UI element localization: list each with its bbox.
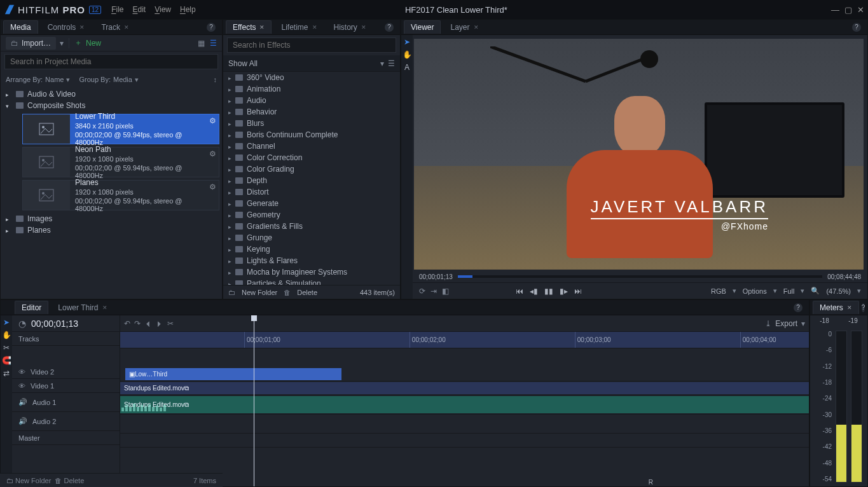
track-audio1[interactable]: 🔊Audio 1	[12, 393, 120, 412]
media-card-lower-third[interactable]: Lower Third3840 x 2160 pixels00;00;02;00…	[22, 114, 219, 144]
eye-icon[interactable]: 👁	[18, 368, 25, 376]
effect-category[interactable]: Depth	[223, 175, 400, 186]
tab-track[interactable]: Track✕	[94, 20, 136, 34]
close-icon[interactable]: ✕	[474, 24, 479, 31]
folder-images[interactable]: Images	[1, 213, 222, 224]
speaker-icon[interactable]: 🔊	[18, 417, 27, 425]
viewer-options[interactable]: Options	[743, 287, 767, 295]
tab-media[interactable]: Media	[3, 20, 38, 34]
folder-composite-shots[interactable]: Composite Shots	[1, 100, 222, 111]
track-audio2[interactable]: 🔊Audio 2	[12, 412, 120, 431]
group-value[interactable]: Media	[113, 76, 132, 83]
close-icon[interactable]: ✕	[124, 24, 129, 31]
tab-viewer[interactable]: Viewer	[404, 20, 441, 34]
in-out-icon[interactable]: ⇥	[431, 287, 437, 296]
chevron-down-icon[interactable]: ▾	[733, 287, 736, 295]
maximize-icon[interactable]: ▢	[844, 5, 852, 15]
search-icon[interactable]: 🔍	[811, 287, 820, 295]
effect-category[interactable]: Behavior	[223, 106, 400, 118]
effect-category[interactable]: Color Grading	[223, 163, 400, 175]
import-button[interactable]: 🗀Import…	[6, 37, 56, 50]
slice-tool-icon[interactable]: ✂	[3, 343, 10, 352]
editor-timecode[interactable]: 00;00;01;13	[31, 319, 78, 329]
effect-category[interactable]: Generate	[223, 198, 400, 209]
hand-tool-icon[interactable]: ✋	[403, 50, 412, 59]
media-search-input[interactable]	[4, 54, 218, 69]
timeline[interactable]: ↶ ↷ ⏴ ⏵ ✂ ⤓ Export▾ 00;00;01;00 00;00;02…	[120, 315, 809, 486]
help-icon[interactable]: ?	[385, 23, 394, 32]
play-pause-icon[interactable]: ▮▮	[544, 287, 553, 296]
effect-category[interactable]: Channel	[223, 141, 400, 152]
effect-category[interactable]: Lights & Flares	[223, 255, 400, 266]
tab-controls[interactable]: Controls✕	[41, 20, 92, 34]
clip-standups-audio[interactable]: Standups Edited.mov ⧉	[120, 396, 809, 413]
viewer-scrubber[interactable]	[458, 275, 822, 278]
tab-meters[interactable]: Meters✕	[813, 301, 859, 314]
effect-category[interactable]: Distort	[223, 186, 400, 198]
tab-lifetime[interactable]: Lifetime✕	[274, 20, 324, 34]
gear-icon[interactable]: ⚙	[206, 147, 219, 177]
trash-icon[interactable]: 🗑	[55, 477, 62, 484]
playhead[interactable]	[254, 315, 254, 486]
new-button[interactable]: New	[86, 39, 101, 48]
viewer-zoom[interactable]: (47.5%)	[826, 287, 851, 295]
effect-category[interactable]: Audio	[223, 95, 400, 106]
effects-search-input[interactable]	[227, 38, 396, 53]
step-fwd-icon[interactable]: ▮▸	[560, 287, 568, 296]
new-folder-button[interactable]: New Folder	[15, 477, 51, 484]
help-icon[interactable]: ?	[794, 303, 803, 312]
media-card-neon-path[interactable]: Neon Path1920 x 1080 pixels00;00;02;00 @…	[22, 147, 219, 177]
viewer-quality[interactable]: Full	[783, 287, 795, 295]
snap-tool-icon[interactable]: 🧲	[2, 356, 11, 365]
show-all-dropdown[interactable]: Show All	[228, 59, 258, 68]
step-back-icon[interactable]: ⏴	[144, 319, 152, 328]
help-icon[interactable]: ?	[862, 303, 865, 312]
chevron-down-icon[interactable]: ▾	[135, 76, 139, 84]
close-icon[interactable]: ✕	[312, 24, 317, 31]
hand-tool-icon[interactable]: ✋	[2, 331, 11, 340]
chevron-down-icon[interactable]: ▾	[801, 319, 805, 328]
effect-category[interactable]: Blurs	[223, 118, 400, 129]
gear-icon[interactable]: ⚙	[206, 181, 219, 210]
tab-effects[interactable]: Effects✕	[226, 20, 272, 34]
effect-category[interactable]: Particles & Simulation	[223, 278, 400, 285]
effect-category[interactable]: Boris Continuum Complete	[223, 129, 400, 141]
effect-category[interactable]: 360° Video	[223, 72, 400, 83]
effect-category[interactable]: Animation	[223, 83, 400, 95]
list-mode-icon[interactable]: ☰	[388, 59, 395, 68]
marker-icon[interactable]: ◧	[442, 287, 449, 296]
dropdown-icon[interactable]: ▾	[60, 39, 64, 48]
rate-tool-icon[interactable]: ⇄	[3, 369, 10, 378]
view-tiles-icon[interactable]: ▦	[198, 39, 205, 48]
goto-end-icon[interactable]: ⏭	[574, 287, 582, 296]
minimize-icon[interactable]: —	[831, 5, 839, 15]
loop-icon[interactable]: ⟳	[419, 287, 425, 296]
effect-category[interactable]: Color Correction	[223, 152, 400, 163]
new-folder-icon[interactable]: 🗀	[6, 477, 13, 484]
close-icon[interactable]: ✕	[361, 24, 366, 31]
tab-history[interactable]: History✕	[327, 20, 373, 34]
cut-icon[interactable]: ✂	[167, 319, 174, 328]
timeline-ruler[interactable]: 00;00;01;00 00;00;02;00 00;00;03;00 00;0…	[120, 332, 809, 348]
delete-button[interactable]: Delete	[297, 289, 317, 296]
chevron-down-icon[interactable]: ▾	[801, 287, 804, 295]
export-button[interactable]: Export	[775, 319, 797, 328]
tab-editor[interactable]: Editor	[15, 301, 48, 314]
chevron-down-icon[interactable]: ▾	[773, 287, 777, 295]
step-fwd-icon[interactable]: ⏵	[156, 319, 163, 328]
clip-standups-video[interactable]: Standups Edited.mov ⧉	[120, 382, 809, 394]
new-folder-icon[interactable]: 🗀	[228, 289, 235, 296]
effect-category[interactable]: Geometry	[223, 209, 400, 221]
track-video2[interactable]: 👁Video 2	[12, 365, 120, 379]
redo-icon[interactable]: ↷	[134, 319, 141, 328]
undo-icon[interactable]: ↶	[124, 319, 130, 328]
goto-start-icon[interactable]: ⏮	[516, 287, 523, 296]
select-tool-icon[interactable]: ➤	[3, 318, 10, 327]
help-icon[interactable]: ?	[207, 23, 216, 32]
view-list-icon[interactable]: ☰	[210, 39, 217, 48]
close-icon[interactable]: ✕	[857, 5, 864, 15]
effect-category[interactable]: Mocha by Imagineer Systems	[223, 266, 400, 278]
effect-category[interactable]: Grunge	[223, 232, 400, 244]
viewer-channel[interactable]: RGB	[711, 287, 726, 295]
menu-edit[interactable]: Edit	[133, 5, 146, 14]
